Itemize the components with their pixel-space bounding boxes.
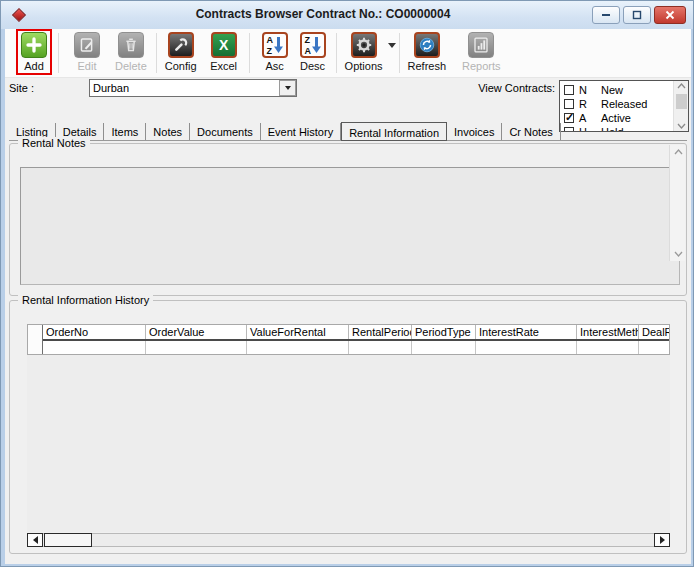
rental-notes-scrollbar[interactable]	[669, 145, 685, 261]
cell-valueforrental	[247, 341, 349, 354]
toolbar-separator	[336, 33, 337, 73]
trash-icon	[118, 32, 144, 58]
options-button-label: Options	[345, 60, 383, 72]
toolbar-separator	[156, 33, 157, 73]
add-button[interactable]: Add	[19, 32, 49, 72]
column-header-ordervalue[interactable]: OrderValue	[146, 325, 247, 339]
chevron-down-icon	[285, 86, 291, 90]
delete-button[interactable]: Delete	[115, 32, 147, 72]
scroll-down-icon[interactable]	[674, 251, 683, 257]
site-select-value: Durban	[90, 82, 279, 94]
sort-descending-icon: ZA	[300, 32, 326, 58]
arrow-right-icon	[660, 536, 665, 544]
toolbar-separator	[399, 33, 400, 73]
excel-button[interactable]: X Excel	[209, 32, 239, 72]
maximize-icon	[632, 10, 642, 20]
contracts-browser-window: Contracts Browser Contract No.: CO000000…	[0, 0, 694, 567]
tab-event-history[interactable]: Event History	[261, 123, 341, 140]
wrench-icon	[168, 32, 194, 58]
rental-information-history-title: Rental Information History	[18, 294, 153, 306]
site-label: Site :	[9, 82, 34, 94]
list-item-released[interactable]: R Released	[560, 97, 673, 111]
bar-chart-icon	[468, 32, 494, 58]
sort-ascending-icon: AZ	[262, 32, 288, 58]
list-item-new[interactable]: N New	[560, 83, 673, 97]
refresh-button[interactable]: Refresh	[408, 32, 447, 72]
scroll-up-icon[interactable]	[677, 83, 686, 89]
scroll-up-icon[interactable]	[674, 149, 683, 155]
toolbar-separator	[58, 33, 59, 73]
options-dropdown-arrow[interactable]	[388, 43, 396, 48]
options-button[interactable]: Options	[345, 32, 383, 72]
scroll-right-button[interactable]	[654, 533, 670, 547]
checkbox-new[interactable]	[564, 85, 574, 95]
rental-notes-textarea[interactable]	[20, 167, 680, 285]
refresh-icon	[414, 32, 440, 58]
item-code: R	[579, 98, 601, 110]
close-icon	[665, 10, 675, 20]
reports-button[interactable]: Reports	[462, 32, 501, 72]
reports-button-label: Reports	[462, 60, 501, 72]
sort-descending-button[interactable]: ZA Desc	[298, 32, 328, 72]
column-header-dealrate[interactable]: DealR	[639, 325, 669, 339]
column-header-rentalperiod[interactable]: RentalPeriod	[349, 325, 412, 339]
grid-header-row: OrderNo OrderValue ValueForRental Rental…	[43, 325, 669, 341]
close-button[interactable]	[654, 6, 686, 24]
tab-documents[interactable]: Documents	[190, 123, 261, 140]
tab-items[interactable]: Items	[104, 123, 146, 140]
sort-ascending-label: Asc	[265, 60, 283, 72]
item-code: N	[579, 84, 601, 96]
column-header-interestmethod[interactable]: InterestMethod	[577, 325, 639, 339]
window-content: Add Edit	[5, 29, 691, 564]
add-plus-icon	[21, 32, 47, 58]
maximize-button[interactable]	[623, 6, 651, 24]
app-icon	[12, 8, 26, 22]
column-header-valueforrental[interactable]: ValueForRental	[247, 325, 349, 339]
view-contracts-label: View Contracts:	[433, 82, 555, 94]
cell-orderno	[43, 341, 146, 354]
history-grid: OrderNo OrderValue ValueForRental Rental…	[27, 324, 670, 355]
column-header-orderno[interactable]: OrderNo	[43, 325, 146, 339]
tab-invoices[interactable]: Invoices	[447, 123, 502, 140]
cell-interestmethod	[577, 341, 639, 354]
cell-interestrate	[476, 341, 577, 354]
toolbar: Add Edit	[5, 29, 691, 78]
arrow-left-icon	[33, 536, 38, 544]
toolbar-separator	[249, 33, 250, 73]
excel-button-label: Excel	[210, 60, 237, 72]
config-button[interactable]: Config	[165, 32, 197, 72]
scrollbar-thumb[interactable]	[676, 94, 687, 109]
table-row[interactable]	[43, 341, 669, 354]
site-select[interactable]: Durban	[89, 79, 297, 97]
tab-rental-information[interactable]: Rental Information	[341, 122, 447, 141]
edit-button[interactable]: Edit	[72, 32, 102, 72]
column-header-periodtype[interactable]: PeriodType	[412, 325, 476, 339]
row-selector-column[interactable]	[28, 325, 43, 354]
tab-cr-notes[interactable]: Cr Notes	[502, 123, 560, 140]
titlebar: Contracts Browser Contract No.: CO000000…	[1, 1, 694, 29]
cell-periodtype	[412, 341, 476, 354]
cell-rentalperiod	[349, 341, 412, 354]
cell-ordervalue	[146, 341, 247, 354]
edit-pencil-icon	[74, 32, 100, 58]
rental-information-history-group: Rental Information History OrderNo Order…	[9, 300, 687, 554]
cell-dealrate	[639, 341, 669, 354]
tab-notes[interactable]: Notes	[146, 123, 190, 140]
minimize-icon	[601, 10, 611, 20]
scrollbar-thumb[interactable]	[44, 533, 92, 547]
add-button-label: Add	[24, 60, 44, 72]
scroll-left-button[interactable]	[27, 533, 43, 547]
site-select-arrow[interactable]	[279, 80, 296, 96]
config-button-label: Config	[165, 60, 197, 72]
excel-icon: X	[211, 32, 237, 58]
minimize-button[interactable]	[592, 6, 620, 24]
edit-button-label: Edit	[78, 60, 97, 72]
grid-horizontal-scrollbar[interactable]	[27, 533, 670, 547]
rental-notes-title: Rental Notes	[18, 137, 90, 149]
sort-descending-label: Desc	[300, 60, 325, 72]
delete-button-label: Delete	[115, 60, 147, 72]
sort-ascending-button[interactable]: AZ Asc	[260, 32, 290, 72]
column-header-interestrate[interactable]: InterestRate	[476, 325, 577, 339]
checkbox-released[interactable]	[564, 99, 574, 109]
item-name: Released	[601, 98, 673, 110]
